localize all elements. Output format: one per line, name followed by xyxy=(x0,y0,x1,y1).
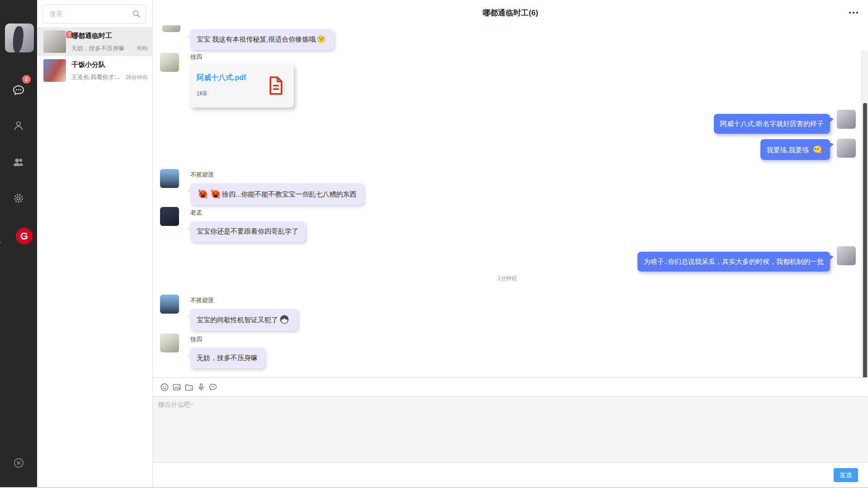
group-icon xyxy=(12,155,25,171)
send-row: 发送 xyxy=(153,463,868,487)
more-menu-button[interactable] xyxy=(849,12,858,14)
message-input-area xyxy=(153,396,868,463)
conversation-item[interactable]: 2 哪都通临时工 无妨，技多不压身嘛 刚刚 xyxy=(37,27,152,56)
nav-settings-button[interactable] xyxy=(0,187,37,212)
rage-face-emoji xyxy=(210,188,221,199)
chat-app-window: 2 xyxy=(0,0,868,488)
app-logo[interactable]: G xyxy=(16,228,33,244)
message-row: 宝宝 我这有本祖传秘笈,很适合你修炼哦 xyxy=(160,29,334,50)
message-row: 阿威十八式,听名字就好厉害的样子 xyxy=(714,110,856,134)
sender-name: 不摇碧莲 xyxy=(190,296,297,305)
message-bubble: 宝宝你还是不要跟着你四哥乱学了 xyxy=(190,221,305,242)
chat-header: 哪都通临时工(6) xyxy=(153,0,868,26)
file-name: 阿威十八式.pdf xyxy=(197,73,246,83)
sender-name: 老孟 xyxy=(190,209,305,217)
scrollbar-track[interactable] xyxy=(861,51,868,379)
file-upload-button[interactable] xyxy=(184,382,194,392)
melting-face-emoji xyxy=(812,144,823,155)
nav-contacts-button[interactable] xyxy=(0,114,37,139)
hugging-face-emoji xyxy=(316,34,326,44)
avatar-xusi[interactable] xyxy=(160,53,179,72)
unread-badge: 2 xyxy=(22,75,31,84)
sender-name: 不摇碧莲 xyxy=(190,171,363,179)
composer-toolbar xyxy=(153,378,868,396)
conversation-time: 刚刚 xyxy=(137,45,148,52)
avatar-buyaobilian[interactable] xyxy=(160,295,179,314)
scrollbar-thumb[interactable] xyxy=(863,103,867,379)
conversation-item[interactable]: 干饭小分队 王道长,我看你才… 26分钟前 xyxy=(37,56,152,85)
message-input[interactable] xyxy=(153,397,868,462)
message-bubble: 宝宝 我这有本祖传秘笈,很适合你修炼哦 xyxy=(190,29,334,50)
conversation-title: 哪都通临时工 xyxy=(71,32,112,40)
file-size: 1KB xyxy=(197,90,207,97)
image-upload-button[interactable] xyxy=(172,382,182,392)
composer: 发送 xyxy=(153,377,868,487)
chat-history-button[interactable] xyxy=(208,382,218,392)
search-box xyxy=(42,5,146,23)
message-row: 为啥子..你们总说我呆瓜，其实大多的时候，我都机制的一批 xyxy=(637,246,856,272)
message-bubble: 阿威十八式,听名字就好厉害的样子 xyxy=(714,114,830,134)
message-bubble: 宝宝的间歇性机智证又犯了 xyxy=(190,309,297,330)
message-row: 老孟 宝宝你还是不要跟着你四哥乱学了 xyxy=(160,207,305,242)
avatar-self[interactable] xyxy=(837,246,856,265)
emoji-picker-button[interactable] xyxy=(160,382,170,392)
avatar-xusi[interactable] xyxy=(160,333,179,352)
nav-groups-button[interactable] xyxy=(0,150,37,176)
close-circle-icon xyxy=(13,457,25,471)
conversation-time: 26分钟前 xyxy=(126,74,148,81)
send-button[interactable]: 发送 xyxy=(834,468,858,482)
logout-button[interactable] xyxy=(0,451,37,476)
search-input[interactable] xyxy=(43,5,131,22)
self-avatar[interactable] xyxy=(5,23,34,52)
file-attachment-card[interactable]: 阿威十八式.pdf 1KB xyxy=(190,64,294,108)
message-list: 宝宝 我这有本祖传秘笈,很适合你修炼哦 徐四 阿威十八式.pdf 1KB xyxy=(153,25,868,379)
message-row: 徐四 阿威十八式.pdf 1KB xyxy=(160,53,294,108)
conversation-last-message: 无妨，技多不压身嘛 xyxy=(71,44,124,52)
message-bubble: 无妨，技多不压身嘛 xyxy=(190,347,264,368)
group-avatar xyxy=(43,59,66,82)
avatar-self[interactable] xyxy=(837,139,856,158)
chat-pane: 哪都通临时工(6) 宝宝 我这有本祖传秘笈,很适合你修炼哦 徐四 阿威十八式.p… xyxy=(153,0,868,487)
message-bubble: 为啥子..你们总说我呆瓜，其实大多的时候，我都机制的一批 xyxy=(637,252,830,272)
chat-bubble-icon xyxy=(12,84,25,99)
message-row: 不摇碧莲 徐四...你能不能不教宝宝一些乱七八糟的东西 xyxy=(160,169,363,205)
rage-face-emoji xyxy=(198,188,208,199)
conversation-title: 干饭小分队 xyxy=(71,61,105,69)
avatar-xusi[interactable] xyxy=(162,25,180,32)
conversation-last-message: 王道长,我看你才… xyxy=(71,73,120,81)
sender-name: 徐四 xyxy=(190,335,264,343)
message-row: 不摇碧莲 宝宝的间歇性机智证又犯了 xyxy=(160,295,297,330)
group-avatar: 2 xyxy=(43,30,66,53)
nav-rail: 2 xyxy=(0,0,37,487)
panel-collapse-arrow[interactable]: › xyxy=(0,238,1,245)
message-row: 我要练,我要练 xyxy=(760,139,856,160)
chat-title: 哪都通临时工(6) xyxy=(153,8,868,18)
avatar-buyaobilian[interactable] xyxy=(160,169,179,188)
person-icon xyxy=(12,119,25,134)
avatar-self[interactable] xyxy=(837,110,856,129)
avatar-laomeng[interactable] xyxy=(160,207,179,226)
penguin-emoji xyxy=(279,314,290,325)
pdf-document-icon xyxy=(268,76,284,97)
sender-name: 徐四 xyxy=(190,53,294,61)
conversation-list-panel: 2 哪都通临时工 无妨，技多不压身嘛 刚刚 干饭小分队 王道长,我看你才… 26… xyxy=(37,0,153,487)
message-bubble: 我要练,我要练 xyxy=(760,139,830,160)
voice-message-button[interactable] xyxy=(196,382,206,392)
message-row: 徐四 无妨，技多不压身嘛 xyxy=(160,333,264,368)
nav-chats-button[interactable]: 2 xyxy=(0,79,37,104)
search-icon[interactable] xyxy=(131,9,142,21)
message-bubble: 徐四...你能不能不教宝宝一些乱七八糟的东西 xyxy=(190,183,363,205)
gear-icon xyxy=(12,192,25,206)
time-divider: 1分钟前 xyxy=(153,275,862,282)
